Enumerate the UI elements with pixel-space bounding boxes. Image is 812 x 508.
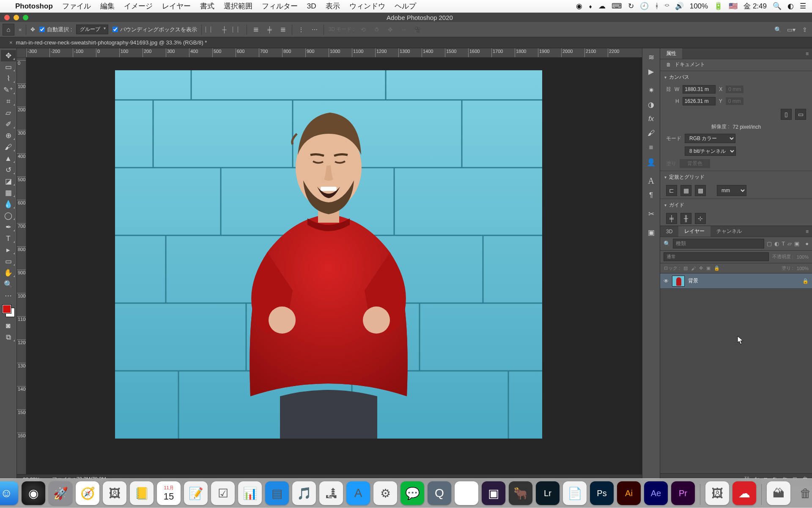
dock-illustrator[interactable]: Ai — [617, 481, 641, 505]
document-image[interactable] — [115, 70, 542, 439]
panel-adjust-icon[interactable]: ≡ — [644, 141, 659, 155]
brush-tool[interactable]: 🖌 — [1, 141, 16, 153]
dock-creativecloud[interactable]: ☁ — [732, 481, 756, 505]
filter-smart-icon[interactable]: ▣ — [794, 240, 799, 247]
layer-name[interactable]: 背景 — [688, 277, 799, 284]
status-record-icon[interactable]: ◉ — [576, 2, 582, 11]
dock-textedit[interactable]: 📄 — [563, 481, 587, 505]
gradient-tool[interactable]: ▦ — [1, 187, 16, 199]
tab-3d[interactable]: 3D — [660, 226, 678, 237]
filter-toggle-icon[interactable]: ● — [805, 240, 809, 247]
menu-filter[interactable]: フィルター — [262, 1, 298, 11]
status-cc-icon[interactable]: ☁ — [598, 2, 606, 11]
dock-screenshots[interactable]: 🏔 — [767, 481, 790, 505]
history-brush-tool[interactable]: ↺ — [1, 164, 16, 176]
dock-imagecapture[interactable]: 🖼 — [705, 481, 729, 505]
panel-char2-icon[interactable]: A — [644, 174, 659, 188]
dock-photoshop[interactable]: Ps — [590, 481, 614, 505]
dock-launchpad[interactable]: 🚀 — [49, 481, 72, 505]
orientation-portrait-button[interactable]: ▯ — [781, 109, 792, 120]
show-transform-controls-checkbox[interactable]: バウンディングボックスを表示 — [112, 26, 197, 33]
dock-lightroom[interactable]: Lr — [536, 481, 560, 505]
path-select-tool[interactable]: ▸ — [1, 244, 16, 256]
lasso-tool[interactable]: ⌇ — [1, 73, 16, 84]
dock-settings[interactable]: ⚙ — [373, 481, 397, 505]
panel-tools-icon[interactable]: ✂ — [644, 207, 659, 221]
tab-channels[interactable]: チャンネル — [710, 226, 748, 237]
lock-move-icon[interactable]: ✥ — [699, 265, 703, 271]
status-volume-icon[interactable]: 🔊 — [675, 2, 684, 11]
menu-file[interactable]: ファイル — [62, 1, 91, 11]
menu-edit[interactable]: 編集 — [100, 1, 115, 11]
menu-help[interactable]: ヘルプ — [395, 1, 416, 11]
align-top-icon[interactable]: 𝌆 — [251, 25, 261, 34]
guide-btn2[interactable]: ╫ — [680, 213, 691, 224]
guide-btn3[interactable]: ⊹ — [695, 213, 706, 224]
dock-keynote[interactable]: ▤ — [265, 481, 289, 505]
align-right-icon[interactable]: ⎸⎸ — [233, 25, 242, 34]
dock-line[interactable]: 💬 — [401, 481, 424, 505]
close-tab-icon[interactable]: × — [9, 39, 13, 46]
auto-select-mode-select[interactable]: グループ — [76, 25, 108, 34]
dock-safari[interactable]: 🧭 — [76, 481, 99, 505]
dock-appstore[interactable]: A — [346, 481, 370, 505]
link-wh-icon[interactable]: ⛓ — [666, 86, 671, 92]
guide-btn1[interactable]: ╪ — [666, 213, 677, 224]
dock-reminders[interactable]: ☑ — [211, 481, 235, 505]
edit-toolbar[interactable]: ⋯ — [1, 290, 16, 301]
bit-depth-select[interactable]: 8 bit/チャンネル — [685, 146, 736, 156]
fill-opacity-value[interactable]: 100% — [797, 266, 809, 271]
quick-select-tool[interactable]: ✎⁺ — [1, 84, 16, 96]
ruler-grid-section-header[interactable]: ▾ 定規とグリッド — [660, 171, 812, 183]
menu-window[interactable]: ウィンドウ — [349, 1, 385, 11]
foreground-color-swatch[interactable] — [3, 305, 11, 313]
layers-panel-menu-icon[interactable]: ≡ — [802, 229, 812, 235]
dock-photos[interactable]: 🏞 — [319, 481, 343, 505]
lock-all-icon[interactable]: 🔒 — [714, 265, 720, 271]
filter-image-icon[interactable]: ▢ — [767, 240, 772, 247]
distribute-icon[interactable]: ⋮ — [296, 25, 306, 34]
canvas-stage[interactable] — [26, 58, 642, 474]
auto-select-checkbox[interactable]: 自動選択 : — [39, 26, 72, 33]
clone-tool[interactable]: ▲ — [1, 153, 16, 164]
zoom-tool[interactable]: 🔍 — [1, 279, 16, 290]
app-name[interactable]: Photoshop — [15, 2, 53, 11]
color-mode-select[interactable]: RGB カラー — [685, 134, 735, 143]
lock-artboard-icon[interactable]: ▣ — [706, 265, 710, 271]
filter-adjust-icon[interactable]: ◐ — [774, 240, 779, 247]
status-battery-icon[interactable]: 🔋 — [714, 2, 723, 11]
align-bottom-icon[interactable]: 𝌆 — [278, 25, 288, 34]
blur-tool[interactable]: 💧 — [1, 199, 16, 210]
ruler-unit-select[interactable]: mm — [717, 185, 746, 196]
panel-color-icon[interactable]: ◑ — [644, 97, 659, 112]
ruler-origin[interactable] — [17, 48, 26, 58]
dock-chrome[interactable]: ◴ — [455, 481, 478, 505]
quickmask-tool[interactable]: ◙ — [1, 320, 16, 331]
menu-select[interactable]: 選択範囲 — [224, 1, 252, 11]
dock-aftereffects[interactable]: Ae — [644, 481, 668, 505]
menu-3d[interactable]: 3D — [307, 2, 316, 11]
panel-paragraph-icon[interactable]: ¶ — [644, 188, 659, 202]
canvas-section-header[interactable]: ▾ カンバス — [660, 71, 812, 83]
marquee-tool[interactable]: ▭ — [1, 61, 16, 73]
align-left-icon[interactable]: ⎸⎸ — [206, 25, 215, 34]
share-icon[interactable]: ⇪ — [800, 25, 809, 34]
dock-premiere[interactable]: Pr — [671, 481, 695, 505]
dock-music[interactable]: 🎵 — [292, 481, 316, 505]
menu-image[interactable]: イメージ — [124, 1, 153, 11]
properties-tab[interactable]: 属性 — [660, 48, 682, 59]
screenmode-tool[interactable]: ⧉ — [1, 331, 16, 343]
lock-transparent-icon[interactable]: ▨ — [683, 265, 688, 271]
search-icon[interactable]: 🔍 — [773, 25, 782, 34]
layer-row[interactable]: 👁 背景 🔒 — [660, 273, 812, 289]
layer-visibility-icon[interactable]: 👁 — [664, 278, 669, 284]
dock-numbers[interactable]: 📊 — [238, 481, 262, 505]
window-minimize-button[interactable] — [14, 15, 19, 20]
tab-layers[interactable]: レイヤー — [678, 226, 710, 237]
dock-preview[interactable]: 🖼 — [103, 481, 126, 505]
color-swatch[interactable] — [3, 305, 14, 317]
menu-layer[interactable]: レイヤー — [162, 1, 191, 11]
align-hcenter-icon[interactable]: ┼ — [219, 25, 229, 34]
dock-app2[interactable]: 🐂 — [509, 481, 532, 505]
guide-section-header[interactable]: ▾ ガイド — [660, 199, 812, 211]
